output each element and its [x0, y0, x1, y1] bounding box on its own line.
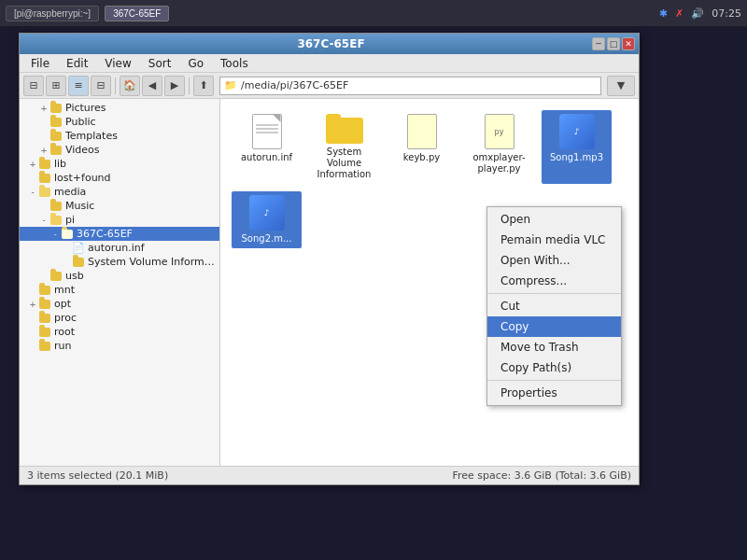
sidebar-label-videos: Videos: [65, 144, 219, 156]
sidebar-item-mnt[interactable]: mnt: [20, 283, 219, 297]
sidebar-item-lib[interactable]: + lib: [20, 157, 219, 171]
menu-view[interactable]: View: [97, 55, 138, 72]
sidebar-label-sysvolinfo: System Volume Informa...: [88, 256, 219, 268]
ctx-sep-2: [487, 380, 621, 381]
home-button[interactable]: 🏠: [120, 76, 140, 96]
expander-367c65ef: -: [49, 229, 61, 240]
file-item-sysvolinfo[interactable]: System Volume Information: [309, 110, 379, 184]
statusbar: 3 items selected (20.1 MiB) Free space: …: [20, 466, 639, 484]
ctx-properties[interactable]: Properties: [487, 383, 621, 403]
forward-button[interactable]: ▶: [164, 76, 185, 96]
up-button[interactable]: ⬆: [193, 76, 214, 96]
sidebar-item-proc[interactable]: proc: [20, 311, 219, 325]
expander-pictures: +: [38, 103, 49, 114]
expander-opt: +: [27, 299, 38, 310]
taskbar: [pi@raspberrypi:~] 367C-65EF ✱ ✗ 🔊 07:25: [0, 0, 747, 26]
menu-file[interactable]: File: [23, 55, 57, 72]
bluetooth-icon: ✱: [659, 7, 668, 20]
menu-tools[interactable]: Tools: [213, 55, 256, 72]
file-item-omxplayer[interactable]: py omxplayer-player.py: [464, 110, 534, 184]
text-file-icon: [252, 114, 282, 149]
sidebar-label-lib: lib: [54, 158, 219, 170]
sidebar-item-367c65ef[interactable]: - 367C-65EF: [20, 227, 219, 241]
volume-icon: 🔊: [691, 7, 704, 20]
file-item-autorun[interactable]: autorun.inf: [232, 110, 302, 184]
sidebar-item-public[interactable]: Public: [20, 115, 219, 129]
folder-icon-opt: [38, 299, 51, 310]
ctx-move-trash[interactable]: Move to Trash: [487, 337, 621, 357]
sidebar-item-opt[interactable]: + opt: [20, 297, 219, 311]
ctx-open[interactable]: Open: [487, 209, 621, 230]
sidebar-item-autorun[interactable]: 📄 autorun.inf: [20, 241, 219, 255]
ctx-open-with[interactable]: Open With...: [487, 250, 621, 271]
ctx-compress[interactable]: Compress...: [487, 271, 621, 291]
address-folder-icon: 📁: [224, 79, 237, 91]
filemanager-taskbar-btn[interactable]: 367C-65EF: [105, 6, 169, 21]
sidebar-item-media[interactable]: - media: [20, 185, 219, 199]
py-file-icon-omxplayer: py: [485, 114, 514, 149]
sidebar-label-pictures: Pictures: [65, 102, 219, 114]
expander-run: [27, 341, 38, 352]
toggle-sidebar-button[interactable]: ⊟: [23, 76, 44, 96]
sidebar-label-usb: usb: [65, 270, 219, 282]
sidebar-label-run: run: [54, 340, 219, 352]
sidebar-label-367c65ef: 367C-65EF: [77, 228, 219, 240]
sidebar-item-videos[interactable]: + Videos: [20, 143, 219, 157]
address-dropdown-button[interactable]: ▼: [607, 76, 635, 96]
sidebar-item-run[interactable]: run: [20, 339, 219, 353]
toolbar: ⊟ ⊞ ≡ ⊟ 🏠 ◀ ▶ ⬆ 📁 /media/pi/367C-65EF ▼: [20, 73, 639, 99]
back-button[interactable]: ◀: [142, 76, 162, 96]
sidebar-label-root: root: [54, 326, 219, 338]
sidebar-label-music: Music: [65, 200, 219, 212]
sidebar-item-root[interactable]: root: [20, 325, 219, 339]
list-view-button[interactable]: ≡: [68, 76, 89, 96]
clock: 07:25: [712, 7, 741, 20]
file-item-song1[interactable]: ♪ Song1.mp3: [542, 110, 612, 184]
sidebar-item-sysvolinfo[interactable]: System Volume Informa...: [20, 255, 219, 269]
sidebar-item-pictures[interactable]: + Pictures: [20, 101, 219, 115]
minimize-button[interactable]: ─: [592, 37, 605, 50]
sidebar-label-autorun: autorun.inf: [88, 242, 219, 254]
window-title: 367C-65EF: [70, 37, 592, 50]
sidebar-item-pi[interactable]: - pi: [20, 213, 219, 227]
ctx-copy[interactable]: Copy: [487, 316, 621, 337]
expander-pi: -: [38, 215, 49, 226]
menu-go[interactable]: Go: [180, 55, 211, 72]
menu-edit[interactable]: Edit: [59, 55, 95, 72]
folder-icon-music: [49, 201, 63, 212]
sidebar-item-lost-found[interactable]: lost+found: [20, 171, 219, 185]
folder-icon-sysvolinfo-large: [326, 114, 363, 144]
expander-videos: +: [38, 145, 49, 156]
sidebar-item-music[interactable]: Music: [20, 199, 219, 213]
taskbar-right: ✱ ✗ 🔊 07:25: [659, 7, 741, 20]
close-button[interactable]: ✕: [622, 37, 635, 50]
expander-sysvolinfo: [61, 257, 72, 268]
address-bar[interactable]: 📁 /media/pi/367C-65EF: [219, 77, 601, 95]
folder-icon-sysvolinfo: [72, 257, 85, 268]
ctx-copy-path[interactable]: Copy Path(s): [487, 357, 621, 378]
menu-sort[interactable]: Sort: [141, 55, 179, 72]
py-file-icon-keyb: [407, 114, 437, 149]
ctx-cut[interactable]: Cut: [487, 296, 621, 316]
folder-icon-usb: [49, 271, 63, 282]
file-item-song2[interactable]: ♪ Song2.m...: [232, 191, 302, 248]
file-manager-window: 367C-65EF ─ □ ✕ File Edit View Sort Go T…: [19, 33, 640, 485]
sidebar-item-templates[interactable]: Templates: [20, 129, 219, 143]
folder-icon-templates: [49, 131, 63, 142]
compact-view-button[interactable]: ⊟: [91, 76, 111, 96]
folder-icon-media: [38, 187, 51, 198]
context-menu: Open Pemain media VLC Open With... Compr…: [486, 206, 622, 406]
terminal-taskbar-btn[interactable]: [pi@raspberrypi:~]: [6, 6, 99, 21]
folder-icon-pi: [49, 215, 63, 226]
expander-public: [38, 117, 49, 128]
sidebar-item-usb[interactable]: usb: [20, 269, 219, 283]
file-item-keyb[interactable]: keyb.py: [387, 110, 457, 184]
folder-icon-lost-found: [38, 173, 51, 184]
sidebar-label-media: media: [54, 186, 219, 198]
icon-view-button[interactable]: ⊞: [46, 76, 66, 96]
expander-lib: +: [27, 159, 38, 170]
sidebar-label-proc: proc: [54, 312, 219, 324]
folder-icon-root: [38, 327, 51, 338]
ctx-vlc[interactable]: Pemain media VLC: [487, 230, 621, 250]
maximize-button[interactable]: □: [607, 37, 620, 50]
